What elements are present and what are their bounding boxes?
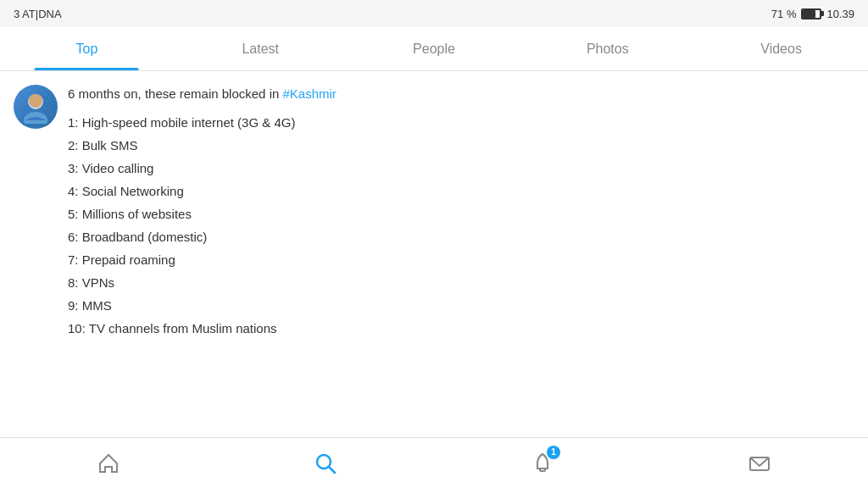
tab-bar: Top Latest People Photos Videos — [0, 27, 868, 71]
tweet-list: 1: High-speed mobile internet (3G & 4G)2… — [68, 111, 854, 340]
svg-line-4 — [329, 467, 335, 473]
list-item: 9: MMS — [68, 294, 854, 317]
home-icon — [97, 452, 120, 475]
nav-home[interactable] — [87, 442, 130, 485]
tab-videos[interactable]: Videos — [694, 27, 868, 70]
mail-icon — [748, 452, 771, 475]
list-item: 4: Social Networking — [68, 180, 854, 202]
tweet-hashtag[interactable]: #Kashmir — [282, 86, 336, 101]
nav-messages[interactable] — [738, 442, 781, 485]
carrier-text: 3 AT|DNA — [14, 8, 62, 20]
tab-latest[interactable]: Latest — [174, 27, 348, 70]
list-item: 5: Millions of websites — [68, 202, 854, 225]
notification-badge: 1 — [547, 446, 560, 459]
list-item: 7: Prepaid roaming — [68, 248, 854, 271]
battery-icon — [801, 8, 821, 19]
list-item: 3: Video calling — [68, 157, 854, 180]
status-bar: 3 AT|DNA 71 % 10.39 — [0, 0, 868, 27]
status-right: 71 % 10.39 — [771, 8, 854, 20]
search-icon — [314, 452, 337, 475]
battery-percent: 71 % — [771, 8, 797, 20]
tab-photos[interactable]: Photos — [520, 27, 694, 70]
list-item: 2: Bulk SMS — [68, 134, 854, 157]
tweet-content: 6 months on, these remain blocked in #Ka… — [68, 85, 854, 340]
svg-point-2 — [29, 94, 42, 108]
app-container: 3 AT|DNA 71 % 10.39 Top Latest People Ph… — [0, 0, 868, 488]
avatar[interactable] — [14, 85, 58, 129]
nav-notifications[interactable]: 1 — [521, 442, 564, 485]
nav-search[interactable] — [304, 442, 347, 485]
tweet-text: 6 months on, these remain blocked in #Ka… — [68, 85, 854, 104]
tab-people[interactable]: People — [348, 27, 521, 70]
time-text: 10.39 — [826, 8, 854, 20]
bottom-nav: 1 — [0, 437, 868, 488]
tweet-card: 6 months on, these remain blocked in #Ka… — [14, 81, 854, 340]
list-item: 6: Broadband (domestic) — [68, 225, 854, 248]
tweet-intro: 6 months on, these remain blocked in — [68, 86, 282, 101]
list-item: 1: High-speed mobile internet (3G & 4G) — [68, 111, 854, 134]
tab-top[interactable]: Top — [0, 27, 174, 70]
content-area: 6 months on, these remain blocked in #Ka… — [0, 71, 868, 488]
list-item: 10: TV channels from Muslim nations — [68, 317, 854, 340]
list-item: 8: VPNs — [68, 271, 854, 294]
